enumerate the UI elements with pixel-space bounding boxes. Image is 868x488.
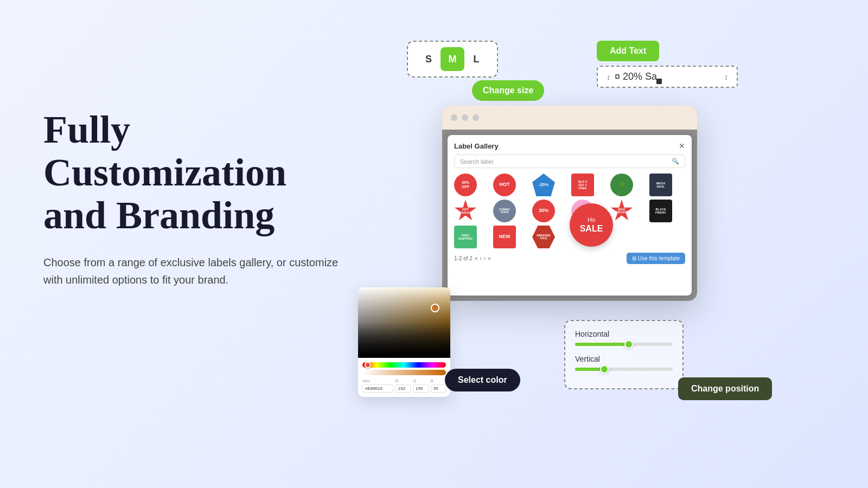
change-size-bubble[interactable]: Change size <box>472 80 544 101</box>
browser-dot-2 <box>462 114 468 121</box>
browser-content: Label Gallery ✕ Search label 🔍 40%OFF HO… <box>442 130 697 301</box>
search-icon: 🔍 <box>672 158 679 165</box>
label-item-buy3[interactable]: BUY 3GET 1FREE <box>571 174 594 196</box>
label-item-hotsale[interactable]: HOTSALE <box>454 200 477 222</box>
gallery-close-icon[interactable]: ✕ <box>679 142 685 150</box>
hue-bar[interactable] <box>362 362 446 368</box>
label-item-new[interactable]: NEW <box>493 226 516 248</box>
label-item-mega[interactable]: MEGADEAL <box>649 174 672 196</box>
label-item-25off[interactable]: -25% <box>532 174 555 196</box>
label-item-hot[interactable]: HOT <box>493 174 516 196</box>
gallery-pagination: 1-2 of 2 « ‹ › » <box>454 255 491 261</box>
sticker-line1: Ho <box>588 216 595 223</box>
main-title: Fully Customization and Branding <box>43 108 358 237</box>
b-label: B <box>431 378 446 383</box>
select-color-bubble[interactable]: Select color <box>445 369 520 391</box>
label-item-30off[interactable]: 30% <box>532 200 555 222</box>
search-placeholder: Search label <box>460 158 493 165</box>
color-picker-widget: Hex #E89623 R 232 G 150 B 35 <box>358 287 450 397</box>
label-item-vegan[interactable]: 🌿 <box>610 174 633 196</box>
horizontal-label: Horizontal <box>575 330 673 338</box>
hex-label: Hex <box>362 378 393 383</box>
g-label: G <box>413 378 428 383</box>
floating-sale-sticker: Ho SALE <box>570 203 613 247</box>
label-item-weekendsale[interactable]: WEEKENDSALE <box>532 226 555 248</box>
color-controls: Hex #E89623 R 232 G 150 B 35 <box>358 358 450 397</box>
label-item-40off[interactable]: 40%OFF <box>454 174 477 196</box>
use-template-button[interactable]: ⊞ Use this template <box>627 253 685 264</box>
gallery-header: Label Gallery ✕ <box>454 142 685 150</box>
gallery-footer: 1-2 of 2 « ‹ › » ⊞ Use this template <box>454 253 685 264</box>
text-input-mock[interactable]: ↕ ¤ 20% Sa ↕ <box>597 66 738 88</box>
dark-overlay <box>358 287 450 358</box>
change-position-bubble[interactable]: Change position <box>678 377 772 400</box>
r-label: R <box>395 378 411 383</box>
browser-dot-1 <box>451 114 457 121</box>
add-text-area: Add Text ↕ ¤ 20% Sa ↕ <box>597 41 738 88</box>
hue-handle[interactable] <box>365 362 371 368</box>
cursor-icon-left: ↕ <box>607 73 610 81</box>
position-widget: Horizontal Vertical <box>564 320 684 389</box>
r-value[interactable]: 232 <box>395 384 411 393</box>
size-btn-s[interactable]: S <box>417 47 441 71</box>
color-picker-handle[interactable] <box>431 304 439 312</box>
hex-value[interactable]: #E89623 <box>362 384 393 393</box>
color-gradient[interactable] <box>358 287 450 358</box>
label-item-coming[interactable]: COMINGSOON <box>493 200 516 222</box>
horizontal-slider[interactable] <box>575 343 673 346</box>
browser-titlebar <box>442 106 697 130</box>
vertical-slider[interactable] <box>575 368 673 371</box>
size-btn-m[interactable]: M <box>441 47 464 71</box>
labels-grid: 40%OFF HOT -25% BUY 3GET 1FREE 🌿 MEGADEA… <box>454 174 685 248</box>
color-fields: Hex #E89623 R 232 G 150 B 35 <box>362 378 446 393</box>
horizontal-fill <box>575 343 629 346</box>
size-selector: S M L <box>407 41 498 78</box>
cursor-icon-right: ↕ <box>724 73 728 81</box>
gallery-search[interactable]: Search label 🔍 <box>454 155 685 168</box>
label-gallery-modal: Label Gallery ✕ Search label 🔍 40%OFF HO… <box>448 135 692 296</box>
opacity-bar[interactable] <box>362 370 446 375</box>
text-input-value: ¤ 20% Sa <box>615 71 657 82</box>
browser-dot-3 <box>473 114 479 121</box>
label-item-bestseller[interactable]: BESTSELLER! <box>610 200 633 222</box>
left-section: Fully Customization and Branding Choose … <box>43 108 358 288</box>
sticker-line2: SALE <box>580 223 603 234</box>
subtitle: Choose from a range of exclusive labels … <box>43 254 358 288</box>
vertical-label: Vertical <box>575 355 673 363</box>
horizontal-thumb <box>624 340 633 349</box>
size-btn-l[interactable]: L <box>464 47 488 71</box>
label-item-blackfriday[interactable]: BLACKFRIDAY <box>649 200 672 222</box>
corner-handle <box>656 79 662 84</box>
browser-window: Label Gallery ✕ Search label 🔍 40%OFF HO… <box>442 106 697 301</box>
g-value[interactable]: 150 <box>413 384 428 393</box>
label-item-freeshipping[interactable]: FREESHIPPING <box>454 226 477 248</box>
add-text-button[interactable]: Add Text <box>597 41 659 61</box>
vertical-thumb <box>600 365 609 374</box>
gallery-title: Label Gallery <box>454 142 499 150</box>
b-value[interactable]: 35 <box>431 384 446 393</box>
